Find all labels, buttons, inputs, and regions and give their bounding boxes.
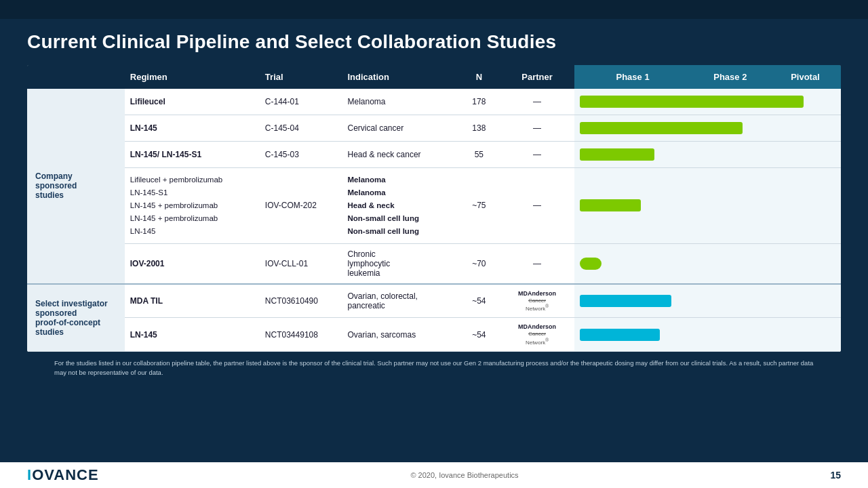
regimen-ln145-cervical: LN-145 [125,115,260,142]
progress-bar-mda-til [580,295,671,307]
n-70: ~70 [458,243,500,284]
bar-ln145-inv-phase2 [691,318,770,352]
col-header-phase2: Phase 2 [691,65,770,89]
indication-cll: Chroniclymphocyticleukemia [342,243,458,284]
col-header-empty [27,65,125,89]
bar-iov-com-phase1 [574,168,690,244]
bar-ln145-cervical-phase1 [574,115,770,142]
table-row: Select investigatorsponsoredproof-of-con… [27,284,841,318]
trial-c144: C-144-01 [260,89,342,115]
table-row: IOV-2001 IOV-CLL-01 Chroniclymphocyticle… [27,243,841,284]
top-bar [0,0,868,19]
bar-lifileucel-phase1 [574,89,841,115]
partner-dash4: — [500,168,575,244]
table-wrapper: Regimen Trial Indication N Partner Phase… [27,65,841,352]
trial-nct03610490: NCT03610490 [260,284,342,318]
bar-iov-2001-phase2 [691,243,770,284]
trial-iov-cll-01: IOV-CLL-01 [260,243,342,284]
bar-ln145-inv-pivotal [770,318,841,352]
pipeline-table: Regimen Trial Indication N Partner Phase… [27,65,841,352]
indication-combo: Melanoma Melanoma Head & neck Non-small … [342,168,458,244]
progress-bar-iov-com [580,199,641,211]
bar-iov-2001-phase1 [574,243,690,284]
trial-c145-04: C-145-04 [260,115,342,142]
n-55: 55 [458,142,500,168]
trial-nct03449108: NCT03449108 [260,318,342,352]
trial-c145-03: C-145-03 [260,142,342,168]
logo-main: OVANCE [32,466,99,483]
partner-mdanderson1: MDAnderson Cancer Network® [500,284,575,318]
bar-iov-2001-pivotal [770,243,841,284]
partner-dash2: — [500,115,575,142]
category-label-company: Companysponsoredstudies [27,89,125,284]
table-row: LN-145 C-145-04 Cervical cancer 138 — [27,115,841,142]
bar-ln145-inv-phase1 [574,318,690,352]
progress-bar-iov-2001 [580,258,601,270]
n-138: 138 [458,115,500,142]
progress-bar-ln145-s1 [580,148,654,161]
regimen-iov-2001: IOV-2001 [125,243,260,284]
bar-mda-phase1 [574,284,690,318]
table-row: LN-145 NCT03449108 Ovarian, sarcomas ~54… [27,318,841,352]
table-row: LN-145/ LN-145-S1 C-145-03 Head & neck c… [27,142,841,168]
table-row: Companysponsoredstudies Lifileucel C-144… [27,89,841,115]
progress-bar-lifileucel [580,96,804,108]
bar-mda-phase2 [691,284,770,318]
regimen-lifileucel: Lifileucel [125,89,260,115]
md-anderson-logo1: MDAnderson Cancer Network® [505,290,570,312]
footer-note: For the studies listed in our collaborat… [27,352,841,378]
col-header-indication: Indication [342,65,458,89]
col-header-phase1: Phase 1 [574,65,690,89]
footer-bar: IOVANCE © 2020, Iovance Biotherapeutics … [0,462,868,488]
col-header-n: N [458,65,500,89]
col-header-regimen: Regimen [125,65,260,89]
indication-ovarian-colorectal: Ovarian, colorectal,pancreatic [342,284,458,318]
col-header-trial: Trial [260,65,342,89]
progress-bar-ln145-inv [580,329,660,341]
page-number: 15 [830,470,841,481]
regimen-iov-com: Lifileucel + pembrolizumab LN-145-S1 LN-… [125,168,260,244]
progress-bar-ln145-cervical [580,122,743,134]
iovance-logo: IOVANCE [27,466,99,484]
main-content: Current Clinical Pipeline and Select Col… [0,19,868,378]
n-54-ln145: ~54 [458,318,500,352]
regimen-ln145-s1: LN-145/ LN-145-S1 [125,142,260,168]
bar-iov-com-pivotal [770,168,841,244]
col-header-partner: Partner [500,65,575,89]
bar-ln145-s1-pivotal [770,142,841,168]
category-label-investigator: Select investigatorsponsoredproof-of-con… [27,284,125,352]
bar-ln145-s1-phase2 [691,142,770,168]
partner-dash1: — [500,89,575,115]
partner-mdanderson2: MDAnderson Cancer Network® [500,318,575,352]
regimen-ln145-inv: LN-145 [125,318,260,352]
bar-ln145-s1-phase1 [574,142,690,168]
n-178: 178 [458,89,500,115]
bar-iov-com-phase2 [691,168,770,244]
n-75: ~75 [458,168,500,244]
trial-iov-com-202: IOV-COM-202 [260,168,342,244]
indication-ovarian-sarcomas: Ovarian, sarcomas [342,318,458,352]
partner-dash5: — [500,243,575,284]
copyright: © 2020, Iovance Biotherapeutics [410,471,518,479]
page-title: Current Clinical Pipeline and Select Col… [27,31,841,53]
partner-dash3: — [500,142,575,168]
table-row: Lifileucel + pembrolizumab LN-145-S1 LN-… [27,168,841,244]
indication-headneck: Head & neck cancer [342,142,458,168]
md-anderson-logo2: MDAnderson Cancer Network® [505,323,570,346]
n-54-mda: ~54 [458,284,500,318]
footer-note-text: For the studies listed in our collaborat… [54,359,813,376]
bar-ln145-cervical-pivotal [770,115,841,142]
indication-cervical: Cervical cancer [342,115,458,142]
bar-mda-pivotal [770,284,841,318]
col-header-pivotal: Pivotal [770,65,841,89]
indication-melanoma1: Melanoma [342,89,458,115]
regimen-mda-til: MDA TIL [125,284,260,318]
